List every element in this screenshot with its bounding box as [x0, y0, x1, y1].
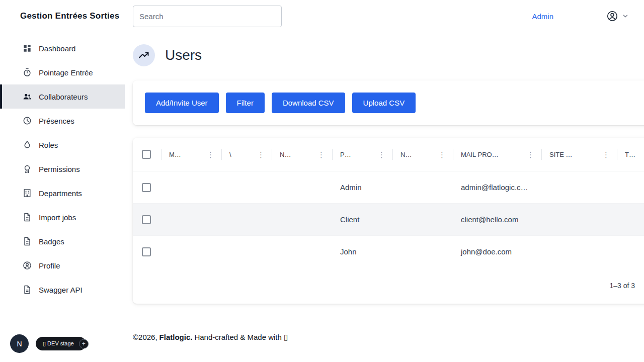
footer: ©2026,Flatlogic.Hand-crafted & Made with…: [133, 332, 644, 343]
pagination: 1–3 of 3: [133, 267, 644, 304]
row-select-cell: [133, 236, 161, 267]
sidebar-item-dashboard[interactable]: Dashboard: [0, 36, 125, 60]
table-header-row: M… ⋮ \ ⋮ N… ⋮ P… ⋮ N… ⋮: [133, 138, 644, 171]
sidebar-item-label: Swagger API: [39, 286, 83, 294]
sidebar-item-label: Import jobs: [39, 213, 76, 222]
dashboard-icon: [22, 43, 32, 53]
column-menu-icon[interactable]: ⋮: [600, 150, 612, 159]
cell-name: John: [332, 236, 392, 267]
sidebar-item-roles[interactable]: Roles: [0, 133, 125, 157]
drop-icon: [22, 140, 32, 150]
row-select-cell: [133, 171, 161, 203]
footer-brand: Flatlogic.: [159, 333, 193, 341]
badge-icon: [22, 164, 32, 174]
download-csv-button[interactable]: Download CSV: [272, 93, 345, 113]
column-label: P…: [340, 151, 351, 158]
add-invite-user-button[interactable]: Add/Invite User: [145, 93, 219, 113]
search-input[interactable]: [133, 6, 282, 27]
sidebar-item-label: Badges: [39, 237, 64, 246]
sidebar-item-presences[interactable]: Présences: [0, 109, 125, 133]
table-body: Admin admin@flatlogic.c… Client client@h: [133, 171, 644, 267]
app-root: Gestion Entrées Sorties Dashboard Pointa…: [0, 0, 644, 362]
cell-email: admin@flatlogic.c…: [453, 171, 541, 203]
column-header: MAIL PRO… ⋮: [453, 138, 541, 171]
column-label: N…: [280, 151, 291, 158]
sidebar-item-label: Pointage Entrée: [39, 68, 93, 77]
table-row[interactable]: John john@doe.com: [133, 235, 644, 267]
file-icon: [22, 236, 32, 246]
cell-name: Admin: [332, 171, 392, 203]
column-header: M… ⋮: [161, 138, 221, 171]
actions-toolbar: Add/Invite User Filter Download CSV Uplo…: [133, 80, 644, 125]
sidebar-item-profile[interactable]: Profile: [0, 253, 125, 278]
sidebar-item-import-jobs[interactable]: Import jobs: [0, 205, 125, 229]
sidebar-item-label: Permissions: [39, 165, 80, 173]
sidebar: Gestion Entrées Sorties Dashboard Pointa…: [0, 0, 125, 362]
column-menu-icon[interactable]: ⋮: [436, 150, 448, 159]
file-icon: [22, 212, 32, 222]
main-content: Admin Users Add/Invite User Filt: [125, 0, 644, 362]
stage-plus-button[interactable]: +: [79, 339, 89, 348]
column-label: T…: [625, 151, 635, 158]
page-header: Users: [133, 44, 644, 66]
clock-icon: [22, 116, 32, 126]
column-header: N… ⋮: [392, 138, 453, 171]
page-title: Users: [165, 47, 202, 63]
column-label: N…: [400, 151, 412, 158]
row-checkbox[interactable]: [142, 183, 151, 192]
sidebar-item-label: Roles: [39, 141, 58, 149]
row-checkbox[interactable]: [142, 215, 151, 224]
sidebar-footer: N ▯ DEV stage +: [0, 334, 125, 353]
column-header: SITE … ⋮: [541, 138, 617, 171]
column-header: P… ⋮: [332, 138, 392, 171]
sidebar-item-swagger-api[interactable]: Swagger API: [0, 278, 125, 302]
sidebar-item-permissions[interactable]: Permissions: [0, 157, 125, 181]
column-menu-icon[interactable]: ⋮: [315, 150, 327, 159]
admin-link[interactable]: Admin: [532, 12, 553, 21]
filter-button[interactable]: Filter: [226, 93, 265, 113]
cell-name: Client: [332, 204, 392, 235]
cell-email: john@doe.com: [453, 236, 541, 267]
sidebar-item-label: Dashboard: [39, 44, 75, 53]
column-menu-icon[interactable]: ⋮: [525, 150, 536, 159]
file-icon: [22, 285, 32, 295]
user-avatar[interactable]: N: [10, 334, 29, 353]
sidebar-item-label: Departments: [39, 189, 82, 198]
column-label: \: [229, 151, 231, 158]
row-select-cell: [133, 204, 161, 235]
sidebar-item-label: Profile: [39, 261, 60, 270]
topbar-actions: Admin: [532, 10, 644, 23]
dev-stage-badge: ▯ DEV stage +: [36, 337, 86, 350]
upload-csv-button[interactable]: Upload CSV: [352, 93, 416, 113]
sidebar-item-label: Collaborateurs: [39, 93, 88, 101]
select-all-cell: [133, 138, 161, 171]
pagination-range: 1–3 of 3: [609, 282, 635, 290]
sidebar-item-badges[interactable]: Badges: [0, 229, 125, 253]
sidebar-nav: Dashboard Pointage Entrée Collaborateurs…: [0, 36, 125, 302]
app-title: Gestion Entrées Sorties: [0, 11, 125, 21]
footer-text: ©2026,Flatlogic.Hand-crafted & Made with…: [133, 333, 290, 342]
row-checkbox[interactable]: [142, 247, 151, 256]
table-row[interactable]: Admin admin@flatlogic.c…: [133, 171, 644, 203]
column-header: \ ⋮: [221, 138, 272, 171]
footer-copyright: ©2026,: [133, 333, 157, 341]
sidebar-item-pointage-entree[interactable]: Pointage Entrée: [0, 60, 125, 84]
table-row[interactable]: Client client@hello.com: [133, 203, 644, 235]
cell-email: client@hello.com: [453, 204, 541, 235]
topbar: Admin: [133, 5, 644, 27]
chevron-down-icon: [622, 13, 629, 20]
column-header: N… ⋮: [272, 138, 332, 171]
sidebar-item-departments[interactable]: Departments: [0, 181, 125, 205]
trending-up-icon: [133, 44, 155, 66]
select-all-checkbox[interactable]: [142, 150, 151, 159]
column-menu-icon[interactable]: ⋮: [255, 150, 267, 159]
column-label: MAIL PRO…: [461, 151, 499, 158]
sidebar-item-collaborateurs[interactable]: Collaborateurs: [0, 84, 125, 109]
column-header: T… ⋮: [617, 138, 644, 171]
column-menu-icon[interactable]: ⋮: [205, 150, 216, 159]
account-menu-button[interactable]: [606, 10, 629, 23]
column-menu-icon[interactable]: ⋮: [376, 150, 387, 159]
account-circle-icon: [606, 10, 619, 23]
people-icon: [22, 92, 32, 102]
dev-stage-label: ▯ DEV stage: [43, 340, 74, 347]
